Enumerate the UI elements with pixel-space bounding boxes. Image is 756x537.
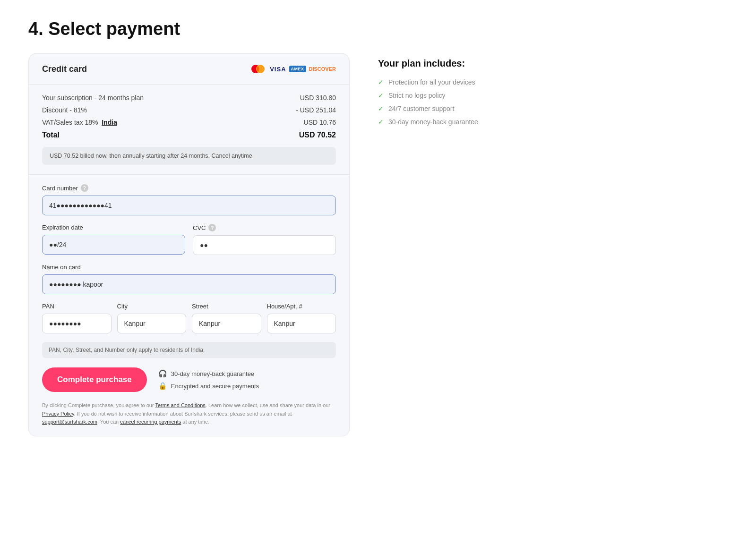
discount-row: Discount - 81% - USD 251.04 xyxy=(42,106,336,114)
plan-item-1: ✓ Strict no logs policy xyxy=(378,92,501,99)
encryption-text: Encrypted and secure payments xyxy=(171,383,259,390)
street-group: Street xyxy=(192,303,261,333)
pan-group: PAN xyxy=(42,303,112,333)
pan-input[interactable] xyxy=(42,314,112,333)
city-group: City xyxy=(117,303,187,333)
card-header: Credit card VISA AMEX DISCOVER xyxy=(29,54,349,85)
encryption-item: 🔒 Encrypted and secure payments xyxy=(158,382,259,390)
house-label: House/Apt. # xyxy=(267,303,336,310)
cvc-group: CVC ? xyxy=(193,224,336,255)
total-amount: USD 70.52 xyxy=(299,131,336,139)
subscription-label: Your subscription - 24 months plan xyxy=(42,94,144,102)
headphone-icon: 🎧 xyxy=(158,369,167,378)
plan-item-label-1: Strict no logs policy xyxy=(388,92,446,99)
india-residents-note: PAN, City, Street, and Number only apply… xyxy=(42,342,336,358)
name-group: Name on card xyxy=(42,264,336,294)
cvc-input[interactable] xyxy=(193,235,336,255)
check-icon-1: ✓ xyxy=(378,92,384,99)
expiry-cvc-row: Expiration date CVC ? xyxy=(42,224,336,264)
subscription-row: Your subscription - 24 months plan USD 3… xyxy=(42,94,336,102)
plan-item-label-2: 24/7 customer support xyxy=(388,105,454,112)
check-icon-0: ✓ xyxy=(378,78,384,86)
card-number-input[interactable] xyxy=(42,196,336,215)
plan-item-0: ✓ Protection for all your devices xyxy=(378,78,501,86)
cancel-payments-link[interactable]: cancel recurring payments xyxy=(120,419,181,425)
discover-logo: DISCOVER xyxy=(309,66,336,72)
terms-link[interactable]: Terms and Conditions xyxy=(155,402,205,408)
tax-label: VAT/Sales tax 18% India xyxy=(42,119,117,126)
plan-item-label-0: Protection for all your devices xyxy=(388,78,475,86)
card-logos: VISA AMEX DISCOVER xyxy=(249,63,336,75)
form-section: Card number ? Expiration date CVC ? xyxy=(29,175,349,436)
street-input[interactable] xyxy=(192,314,261,333)
sidebar-title: Your plan includes: xyxy=(378,58,501,69)
billing-note: USD 70.52 billed now, then annually star… xyxy=(42,147,336,165)
amex-logo: AMEX xyxy=(289,66,306,72)
card-number-help-icon[interactable]: ? xyxy=(81,184,88,192)
expiry-input[interactable] xyxy=(42,235,185,255)
check-icon-2: ✓ xyxy=(378,105,384,112)
card-number-group: Card number ? xyxy=(42,184,336,215)
expiry-group: Expiration date xyxy=(42,224,185,255)
lock-icon: 🔒 xyxy=(158,382,167,390)
street-label: Street xyxy=(192,303,261,310)
subscription-amount: USD 310.80 xyxy=(300,94,336,102)
total-label: Total xyxy=(42,131,60,139)
pricing-section: Your subscription - 24 months plan USD 3… xyxy=(29,85,349,175)
legal-text: By clicking Complete purchase, you agree… xyxy=(42,401,336,426)
discount-label: Discount - 81% xyxy=(42,106,87,114)
india-link[interactable]: India xyxy=(102,119,117,126)
guarantee-item: 🎧 30-day money-back guarantee xyxy=(158,369,259,378)
cvc-help-icon[interactable]: ? xyxy=(208,224,216,231)
discount-amount: - USD 251.04 xyxy=(296,106,336,114)
check-icon-3: ✓ xyxy=(378,118,384,126)
page-title: 4. Select payment xyxy=(28,19,728,39)
tax-row: VAT/Sales tax 18% India USD 10.76 xyxy=(42,119,336,126)
security-info: 🎧 30-day money-back guarantee 🔒 Encrypte… xyxy=(158,369,259,390)
house-input[interactable] xyxy=(267,314,336,333)
complete-purchase-button[interactable]: Complete purchase xyxy=(42,367,147,392)
tax-amount: USD 10.76 xyxy=(304,119,336,126)
plan-item-3: ✓ 30-day money-back guarantee xyxy=(378,118,501,126)
total-row: Total USD 70.52 xyxy=(42,131,336,139)
house-group: House/Apt. # xyxy=(267,303,336,333)
visa-logo: VISA xyxy=(270,66,286,73)
plan-item-label-3: 30-day money-back guarantee xyxy=(388,118,478,126)
sidebar: Your plan includes: ✓ Protection for all… xyxy=(378,53,501,131)
name-label: Name on card xyxy=(42,264,336,271)
guarantee-text: 30-day money-back guarantee xyxy=(171,370,254,377)
cvc-label: CVC ? xyxy=(193,224,336,231)
support-email-link[interactable]: support@surfshark.com xyxy=(42,419,97,425)
plan-item-2: ✓ 24/7 customer support xyxy=(378,105,501,112)
privacy-link[interactable]: Privacy Policy xyxy=(42,411,74,417)
payment-method-title: Credit card xyxy=(42,64,87,74)
main-layout: Credit card VISA AMEX DISCOVER Your subs… xyxy=(28,53,728,436)
card-number-label: Card number ? xyxy=(42,184,336,192)
address-row: PAN City Street House/Apt. # xyxy=(42,303,336,342)
payment-card: Credit card VISA AMEX DISCOVER Your subs… xyxy=(28,53,350,436)
pan-label: PAN xyxy=(42,303,112,310)
expiry-label: Expiration date xyxy=(42,224,185,231)
city-input[interactable] xyxy=(117,314,187,333)
action-row: Complete purchase 🎧 30-day money-back gu… xyxy=(42,367,336,392)
city-label: City xyxy=(117,303,187,310)
mastercard-logo xyxy=(249,63,267,75)
name-input[interactable] xyxy=(42,274,336,294)
